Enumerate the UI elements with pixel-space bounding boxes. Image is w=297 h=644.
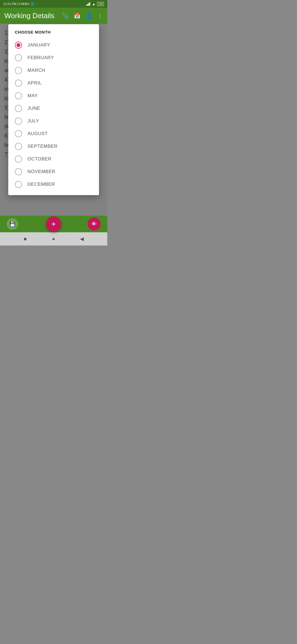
- month-option-january[interactable]: JANUARY: [8, 39, 99, 51]
- status-indicators: ▲ 100: [86, 2, 104, 6]
- wifi-icon: ▲: [92, 2, 95, 6]
- bottom-bar: 💾 + 👁: [0, 216, 107, 232]
- radio-circle-november: [15, 168, 22, 175]
- month-label: OCTOBER: [28, 156, 51, 162]
- month-option-march[interactable]: MARCH: [8, 64, 99, 77]
- vpn-icon: 🌐: [31, 2, 34, 6]
- home-nav-button[interactable]: ●: [49, 234, 59, 244]
- month-option-july[interactable]: JULY: [8, 115, 99, 127]
- month-label: DECEMBER: [28, 182, 55, 187]
- radio-circle-july: [15, 118, 22, 125]
- month-option-december[interactable]: DECEMBER: [8, 178, 99, 191]
- radio-circle-september: [15, 143, 22, 150]
- month-option-october[interactable]: OCTOBER: [8, 153, 99, 165]
- month-list: JANUARYFEBRUARYMARCHAPRILMAYJUNEJULYAUGU…: [8, 39, 99, 191]
- save-icon: 💾: [9, 221, 15, 227]
- month-option-november[interactable]: NOVEMBER: [8, 165, 99, 178]
- month-option-september[interactable]: SEPTEMBER: [8, 140, 99, 153]
- choose-month-modal: CHOOSE MONTH JANUARYFEBRUARYMARCHAPRILMA…: [8, 24, 99, 195]
- month-option-may[interactable]: MAY: [8, 89, 99, 102]
- month-label: MAY: [28, 93, 38, 99]
- radio-circle-april: [15, 80, 22, 87]
- radio-circle-december: [15, 181, 22, 188]
- modal-title: CHOOSE MONTH: [8, 30, 99, 39]
- month-label: JULY: [28, 118, 39, 124]
- radio-circle-january: [15, 42, 22, 49]
- status-bar: 11:51 PM | 0.0KB/s 🌐 ·· ▲ 100: [0, 0, 107, 8]
- add-button[interactable]: +: [46, 216, 61, 232]
- month-label: SEPTEMBER: [28, 144, 57, 149]
- radio-circle-october: [15, 155, 22, 163]
- square-nav-button[interactable]: ■: [20, 234, 30, 244]
- month-label: APRIL: [28, 80, 42, 86]
- month-label: FEBRUARY: [28, 55, 54, 61]
- month-label: MARCH: [28, 68, 45, 73]
- radio-circle-august: [15, 130, 22, 137]
- eye-button[interactable]: 👁: [87, 217, 101, 231]
- nav-bar: ■ ● ◀: [0, 232, 107, 245]
- month-label: JUNE: [28, 106, 40, 111]
- month-option-august[interactable]: AUGUST: [8, 127, 99, 140]
- month-option-june[interactable]: JUNE: [8, 102, 99, 115]
- back-nav-button[interactable]: ◀: [77, 234, 87, 244]
- status-time: 11:51 PM | 0.0KB/s 🌐 ··: [3, 2, 37, 6]
- signal-icon: [86, 2, 90, 6]
- modal-overlay: CHOOSE MONTH JANUARYFEBRUARYMARCHAPRILMA…: [0, 8, 107, 216]
- back-icon: ◀: [80, 236, 84, 242]
- month-option-april[interactable]: APRIL: [8, 77, 99, 89]
- month-label: AUGUST: [28, 131, 48, 137]
- square-icon: ■: [24, 236, 27, 242]
- time-text: 11:51 PM | 0.0KB/s: [3, 2, 29, 6]
- radio-circle-march: [15, 67, 22, 74]
- month-option-february[interactable]: FEBRUARY: [8, 51, 99, 64]
- month-label: JANUARY: [28, 42, 50, 48]
- save-button[interactable]: 💾: [7, 218, 18, 230]
- battery-icon: 100: [97, 2, 104, 6]
- radio-circle-june: [15, 105, 22, 112]
- circle-icon: ●: [52, 236, 55, 242]
- eye-icon: 👁: [91, 221, 97, 227]
- radio-circle-february: [15, 54, 22, 61]
- month-label: NOVEMBER: [28, 169, 55, 174]
- add-icon: +: [51, 220, 56, 228]
- radio-circle-may: [15, 92, 22, 99]
- dots-icon: ··: [35, 2, 37, 6]
